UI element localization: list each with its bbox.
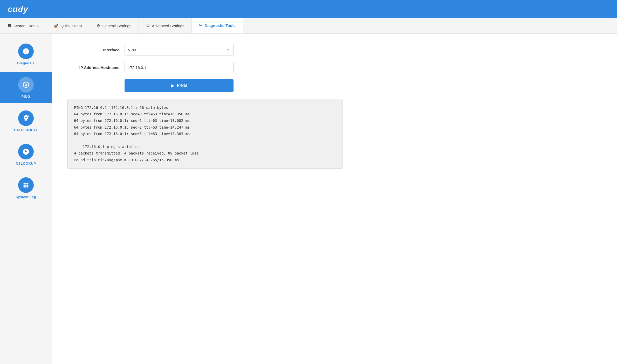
- sidebar-item-traceroute[interactable]: TRACEROUTE: [0, 106, 52, 137]
- wrench-icon: ✂: [199, 23, 202, 28]
- main-content: Diagnosis PING TRACEROUTE: [0, 34, 617, 364]
- nslookup-icon: [18, 144, 34, 159]
- nav-advanced-settings[interactable]: ⚙ Advanced Settings: [139, 18, 192, 33]
- monitor-icon: 🖥: [7, 24, 11, 28]
- diagnosis-icon: [18, 44, 34, 59]
- interface-select[interactable]: VPN WAN LAN: [125, 44, 234, 55]
- nav-general-settings[interactable]: ⚙ General Settings: [89, 18, 139, 33]
- ip-input[interactable]: [125, 62, 234, 73]
- rocket-icon: 🚀: [53, 23, 59, 28]
- content-area: Interface VPN WAN LAN IP Address/Hostnam…: [52, 34, 617, 364]
- main-nav: 🖥 System Status 🚀 Quick Setup ⚙ General …: [0, 18, 617, 34]
- ping-button[interactable]: ▶ PING: [125, 79, 234, 92]
- svg-point-0: [27, 115, 29, 117]
- ping-icon: [18, 77, 34, 93]
- sidebar-item-ping[interactable]: PING: [0, 72, 52, 103]
- interface-label: Interface: [67, 48, 119, 52]
- sidebar-item-diagnosis[interactable]: Diagnosis: [0, 39, 52, 70]
- advanced-gear-icon: ⚙: [146, 23, 150, 28]
- header: cudy: [0, 0, 617, 18]
- nav-quick-setup[interactable]: 🚀 Quick Setup: [46, 18, 90, 33]
- nav-system-status[interactable]: 🖥 System Status: [0, 18, 46, 33]
- sidebar: Diagnosis PING TRACEROUTE: [0, 34, 52, 364]
- play-icon: ▶: [171, 83, 174, 88]
- gear-icon: ⚙: [97, 23, 100, 28]
- interface-row: Interface VPN WAN LAN: [67, 44, 601, 55]
- ping-output: PING 172.16.0.1 (172.16.0.1): 56 data by…: [67, 99, 342, 169]
- ip-row: IP Address/Hostname: [67, 62, 601, 73]
- traceroute-icon: [18, 110, 34, 126]
- sidebar-item-system-log[interactable]: System Log: [0, 173, 52, 204]
- logo: cudy: [8, 4, 28, 14]
- sidebar-item-nslookup[interactable]: NSLOOKUP: [0, 139, 52, 170]
- ip-label: IP Address/Hostname: [67, 65, 119, 70]
- nav-diagnostic-tools[interactable]: ✂ Diagnostic Tools: [192, 18, 243, 33]
- system-log-icon: [18, 177, 34, 193]
